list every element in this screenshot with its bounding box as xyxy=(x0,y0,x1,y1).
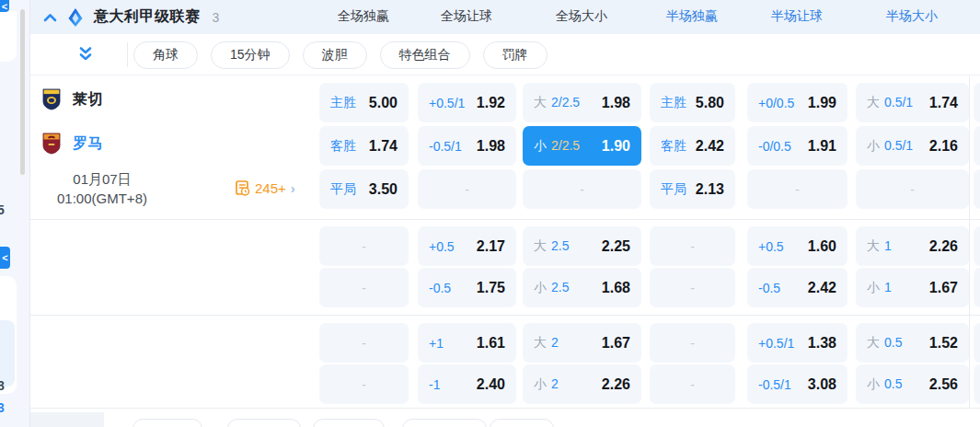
betting-odds-screen: < 5 < 8 3 意大利甲 xyxy=(0,0,980,427)
market-tab-4[interactable]: 特色组合 xyxy=(380,41,470,69)
odds-value: 1.61 xyxy=(477,335,505,352)
odds-cell[interactable]: 客胜1.74 xyxy=(319,126,409,166)
odds-cell[interactable]: 平局2.13 xyxy=(650,169,735,209)
odds-cell[interactable]: -0.5/11.98 xyxy=(418,126,516,166)
odds-value: 1.90 xyxy=(602,138,630,155)
empty-odds-dash: - xyxy=(362,239,366,254)
odds-cell-empty: - xyxy=(523,169,641,209)
odds-cell[interactable]: 大0.5/11.74 xyxy=(856,83,969,122)
odds-cell[interactable]: -0.5/13.08 xyxy=(747,364,847,404)
odds-cell[interactable]: 小2.51.68 xyxy=(523,268,641,307)
odds-value: 1.67 xyxy=(602,335,630,352)
next-section-header-fragment xyxy=(30,412,104,427)
collapse-left-icon[interactable]: < xyxy=(0,0,9,12)
column-header-6[interactable]: 半场大小 xyxy=(857,8,967,25)
league-title: 意大利甲级联赛 xyxy=(94,7,201,27)
odds-cell[interactable]: 大2.52.25 xyxy=(523,226,641,266)
column-header-1[interactable]: 全场独赢 xyxy=(308,8,419,25)
group-separator xyxy=(30,219,980,220)
column-header-2[interactable]: 全场让球 xyxy=(411,8,522,25)
collapse-chevron-up-icon[interactable] xyxy=(43,13,57,22)
home-team-row[interactable]: 莱切 xyxy=(42,88,103,110)
odds-cell[interactable]: -0/0.51.91 xyxy=(747,126,847,166)
market-tab-3[interactable]: 波胆 xyxy=(303,41,367,69)
next-section-tab-fragment-2[interactable] xyxy=(227,419,301,427)
odds-label: 小2.5 xyxy=(534,280,569,296)
odds-label: 大2.5 xyxy=(534,238,569,255)
odds-cell-empty: - xyxy=(418,169,516,209)
chevron-right-icon: › xyxy=(291,180,295,196)
odds-cell[interactable]: 小0.52.56 xyxy=(856,364,969,404)
expand-double-chevron-icon[interactable] xyxy=(78,46,93,66)
empty-odds-dash: - xyxy=(465,182,469,197)
odds-value: 2.16 xyxy=(929,138,958,155)
odds-cell[interactable]: 主胜5.00 xyxy=(319,83,409,122)
odds-cell-empty: - xyxy=(319,323,409,363)
odds-cell[interactable]: 小22.26 xyxy=(523,364,641,404)
next-section-tab-fragment-4[interactable] xyxy=(402,419,487,427)
next-section-tab-fragment-3[interactable] xyxy=(313,419,385,427)
odds-label: 平局 xyxy=(661,181,686,198)
odds-value: 5.00 xyxy=(369,95,398,111)
odds-cell[interactable]: 主胜5.80 xyxy=(650,83,735,122)
odds-value: 1.99 xyxy=(808,95,836,111)
odds-label: -0.5 xyxy=(429,281,451,295)
odds-value: 1.98 xyxy=(477,138,505,155)
odds-label: 大1 xyxy=(867,238,892,255)
odds-cell[interactable]: 小2/2.51.90 xyxy=(523,126,641,166)
odds-cell[interactable]: 大12.26 xyxy=(856,226,969,266)
odds-panel: 意大利甲级联赛 3 全场独赢全场让球全场大小半场独赢半场让球半场大小 角球15分… xyxy=(29,0,980,427)
scrollbar-thumb[interactable] xyxy=(20,9,25,175)
odds-cell-empty: - xyxy=(650,323,735,363)
empty-odds-dash: - xyxy=(690,281,695,295)
next-section-tab-fragment-5[interactable] xyxy=(490,419,554,427)
odds-label: +0.5/1 xyxy=(429,96,465,110)
odds-cell[interactable]: 小0.5/12.16 xyxy=(856,126,969,166)
odds-cell[interactable]: 大21.67 xyxy=(523,323,641,363)
away-team-row[interactable]: 罗马 xyxy=(42,133,103,155)
market-tab-1[interactable]: 角球 xyxy=(133,41,198,69)
odds-cell[interactable]: +11.61 xyxy=(418,323,516,363)
odds-cell[interactable]: -0.52.42 xyxy=(747,268,847,307)
odds-label: 主胜 xyxy=(661,95,686,111)
sidebar-text-fragment: 5 xyxy=(0,202,5,217)
odds-cell[interactable]: 客胜2.42 xyxy=(650,126,735,166)
odds-cell[interactable]: 小11.67 xyxy=(856,268,969,307)
league-header: 意大利甲级联赛 3 全场独赢全场让球全场大小半场独赢半场让球半场大小 xyxy=(30,0,980,34)
empty-odds-dash: - xyxy=(362,281,366,295)
odds-cell[interactable]: +0.51.60 xyxy=(747,226,847,266)
next-section-tab-fragment-1[interactable] xyxy=(133,419,202,427)
odds-value: 1.74 xyxy=(369,138,398,155)
column-header-3[interactable]: 全场大小 xyxy=(526,8,637,25)
odds-cell-clipped xyxy=(974,226,980,266)
odds-value: 2.42 xyxy=(696,138,724,155)
odds-value: 1.98 xyxy=(602,95,630,111)
odds-cell[interactable]: +0.5/11.38 xyxy=(747,323,847,363)
more-markets-link[interactable]: 245+ › xyxy=(235,180,295,196)
match-datetime: 01月07日 01:00(GMT+8) xyxy=(32,169,172,208)
odds-cell[interactable]: +0.52.17 xyxy=(418,226,516,266)
odds-label: -1 xyxy=(429,377,440,392)
section-separator xyxy=(30,408,980,409)
odds-label: 小2/2.5 xyxy=(534,138,580,155)
market-tab-5[interactable]: 罚牌 xyxy=(483,41,548,69)
odds-cell-empty: - xyxy=(856,169,969,209)
empty-odds-dash: - xyxy=(690,239,695,254)
odds-value: 1.91 xyxy=(808,138,836,155)
odds-cell[interactable]: +0.5/11.92 xyxy=(418,83,516,122)
odds-label: -0.5 xyxy=(758,281,780,295)
collapse-left-icon[interactable]: < xyxy=(0,247,10,269)
market-tab-2[interactable]: 15分钟 xyxy=(211,41,290,69)
odds-cell[interactable]: 大2/2.51.98 xyxy=(523,83,641,122)
odds-cell[interactable]: -12.40 xyxy=(418,364,516,404)
odds-cell[interactable]: +0/0.51.99 xyxy=(747,83,847,122)
odds-label: 小2 xyxy=(534,376,559,393)
odds-value: 2.26 xyxy=(929,238,958,255)
odds-cell[interactable]: 平局3.50 xyxy=(319,169,409,209)
column-header-4[interactable]: 半场独赢 xyxy=(637,8,747,25)
odds-cell[interactable]: 大0.51.52 xyxy=(856,323,969,363)
serie-a-logo-icon xyxy=(67,7,84,28)
sidebar-panel-fragment xyxy=(0,320,15,387)
odds-cell[interactable]: -0.51.75 xyxy=(418,268,516,307)
column-header-5[interactable]: 半场让球 xyxy=(742,8,852,25)
